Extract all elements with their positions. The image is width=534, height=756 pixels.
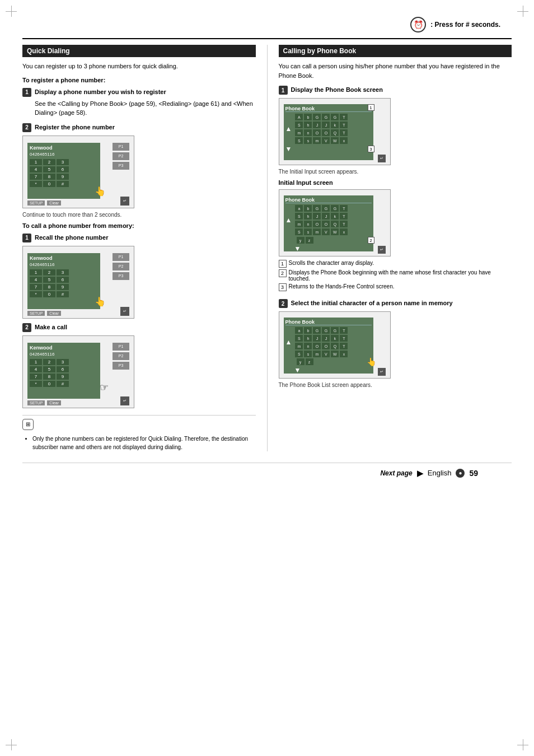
- num-cell: 0: [43, 181, 55, 187]
- pb-char-row-i1: a b G G G T: [295, 205, 348, 212]
- pb-char: h: [304, 122, 312, 128]
- pb-char: Q: [331, 221, 339, 227]
- screen-title-2: Kenwood: [30, 255, 98, 261]
- pb-char: A: [295, 114, 303, 120]
- step-label-2-register: Register the phone number: [35, 123, 115, 132]
- pb-char: b: [304, 114, 312, 120]
- screen-title-1: Kenwood: [30, 145, 98, 151]
- pb-char: T: [340, 122, 348, 128]
- btn-p1-2: P1: [113, 253, 129, 261]
- note-icon: ⊞: [22, 419, 34, 430]
- header-icon-area: ⏰ : Press for # seconds.: [410, 17, 500, 32]
- pb-char: V: [322, 228, 330, 235]
- pb-char: k: [331, 335, 339, 342]
- pb-char: J: [322, 213, 330, 220]
- num-cell: 2: [43, 269, 55, 276]
- clear-btn-2: Clear: [47, 311, 61, 316]
- num-cell: *: [30, 381, 42, 387]
- step1-register-desc: See the <Calling by Phone Book> (page 59…: [35, 99, 256, 118]
- pb-char: b: [304, 327, 312, 334]
- pb-char: S: [295, 228, 303, 235]
- next-page-text: Next page: [380, 469, 412, 477]
- note-area: ⊞ Only the phone numbers can be register…: [22, 415, 256, 451]
- info-icon-wrap: ⊞: [22, 419, 256, 432]
- touch-icon-3: ☞: [100, 381, 109, 394]
- num-cell: 6: [57, 277, 69, 283]
- pb-char: G: [322, 205, 330, 212]
- num-cell: 8: [43, 284, 55, 290]
- device-right-btns-2: P1 P2 P3: [113, 253, 129, 280]
- page-num-dot: ●: [456, 469, 465, 478]
- pb-char: Q: [331, 343, 339, 349]
- num-cell: 4: [30, 277, 42, 283]
- num-cell: 8: [43, 374, 55, 380]
- ann-num-2: 2: [279, 269, 287, 277]
- pb-char: m: [295, 221, 303, 227]
- device-screen-call: Kenwood 0426465116 1 2 3 4 5 6 7 8 9 * 0…: [27, 343, 100, 399]
- num-cell: #: [57, 181, 69, 187]
- pb-char-row-s1: a b G G G T: [295, 327, 348, 334]
- pb-char: s: [304, 351, 312, 357]
- btn-p1-3: P1: [113, 343, 129, 351]
- device-right-btns-3: P1 P2 P3: [113, 343, 129, 370]
- phonebook-img-1: Phone Book ▲ A b G G G T S: [279, 98, 391, 165]
- num-cell: 5: [43, 166, 55, 172]
- clear-btn-3: Clear: [47, 400, 61, 405]
- pb-enter-1: ↵: [378, 155, 386, 162]
- annotation-list: 1 Scrolls the character array display. 2…: [279, 260, 512, 291]
- pb-char: T: [340, 221, 348, 227]
- num-cell: 3: [57, 159, 69, 165]
- num-cell: 3: [57, 269, 69, 276]
- note-list: Only the phone numbers can be registered…: [22, 435, 256, 451]
- pb-char: T: [340, 327, 348, 334]
- pb-char: n: [304, 129, 312, 136]
- step-num-1-right: 1: [279, 86, 288, 95]
- screen-title-3: Kenwood: [30, 345, 98, 351]
- step-1-right: 1 Display the Phone Book screen: [279, 86, 512, 95]
- pb-char: T: [340, 343, 348, 349]
- touch-icon-pb: 👆: [367, 357, 376, 366]
- press-seconds-text: : Press for # seconds.: [430, 21, 500, 29]
- pb-last-row-s: y z 👆: [297, 358, 372, 365]
- annotation-marker-1: 1: [368, 104, 374, 111]
- step-label-1-right: Display the Phone Book screen: [291, 86, 383, 94]
- pb-char: G: [331, 114, 339, 120]
- pb-char: S: [295, 122, 303, 128]
- pb-char: S: [295, 213, 303, 220]
- recall-heading: To call a phone number from memory:: [22, 222, 256, 229]
- btn-p2-3: P2: [113, 352, 129, 360]
- corner-mark-tr: [517, 6, 528, 17]
- pb-char-row-1: A b G G G T: [295, 114, 348, 120]
- register-caption: Continue to touch more than 2 seconds.: [22, 212, 256, 218]
- pb-char: G: [313, 327, 321, 334]
- pb-char: x: [340, 228, 348, 235]
- phonebook-img-select: Phone Book ▲ a b G G G T S: [279, 311, 391, 379]
- num-cell: 4: [30, 366, 42, 372]
- pb-char: G: [313, 205, 321, 212]
- num-cell: 7: [30, 284, 42, 290]
- page-header: ⏰ : Press for # seconds.: [0, 0, 534, 38]
- pb-char: G: [313, 114, 321, 120]
- num-grid-3: 1 2 3 4 5 6 7 8 9 * 0 #: [30, 359, 98, 387]
- device-screen-recall: Kenwood 0426465116 1 2 3 4 5 6 7 8 9 * 0…: [27, 253, 100, 309]
- num-cell: 9: [57, 284, 69, 290]
- ann-text-1: Scrolls the character array display.: [289, 260, 374, 266]
- pb-char: m: [313, 228, 321, 235]
- num-cell: 3: [57, 359, 69, 365]
- pb-char-rows-select: a b G G G T S h J J k: [295, 327, 348, 357]
- device-screen-register: Kenwood 0426465116 1 2 3 4 5 6 7 8 9 * 0…: [27, 143, 100, 199]
- pb-last-row: y z: [297, 237, 372, 244]
- pb-enter-3: ↵: [378, 368, 386, 376]
- pb-char: S: [295, 137, 303, 144]
- num-cell: 5: [43, 277, 55, 283]
- num-cell: 9: [57, 174, 69, 180]
- pb-char: x: [340, 351, 348, 357]
- step-label-2-recall: Make a call: [35, 323, 67, 332]
- num-cell: 0: [43, 291, 55, 297]
- note-item-1: Only the phone numbers can be registered…: [32, 435, 256, 451]
- enter-btn-3: ↵: [120, 396, 129, 405]
- corner-mark-br: [517, 739, 528, 750]
- page-number: 59: [469, 469, 478, 478]
- register-heading: To register a phone number:: [22, 77, 256, 83]
- pb-down-arrow-3: ▼: [294, 366, 372, 374]
